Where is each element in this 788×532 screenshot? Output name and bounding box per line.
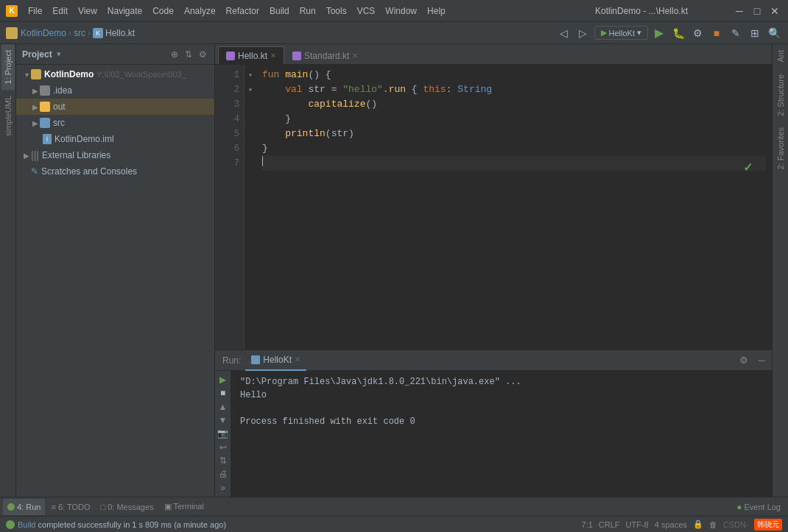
down-scroll-icon[interactable]: ▼ [217, 414, 230, 426]
tab-standard-kt[interactable]: Standard.kt ✕ [284, 46, 366, 64]
bottom-tabs: Run: HelloKt ✕ ⚙ ─ [215, 350, 772, 371]
menu-refactor[interactable]: Refactor [222, 4, 264, 18]
fold-icon-7 [245, 156, 256, 171]
event-log-tab[interactable]: ● Event Log [732, 499, 785, 515]
tree-item-scratches[interactable]: ✎ Scratches and Consoles [16, 163, 214, 180]
close-button[interactable]: ✕ [767, 4, 782, 18]
project-dropdown-icon[interactable]: ▾ [57, 49, 61, 59]
menu-analyze[interactable]: Analyze [180, 4, 220, 18]
line-num-5: 5 [215, 127, 239, 141]
breadcrumb-src[interactable]: src [74, 28, 85, 38]
console-output: "D:\Program Files\Java\jdk1.8.0_221\bin\… [231, 371, 772, 497]
tab-close-standard-kt[interactable]: ✕ [352, 52, 358, 60]
restart-run-icon[interactable]: ▶ [217, 374, 230, 386]
event-log-label: Event Log [744, 503, 781, 511]
indent-setting[interactable]: 4 spaces [655, 520, 687, 529]
window-layout-button[interactable]: ⊞ [747, 25, 763, 41]
run-tab-icon [251, 355, 260, 364]
tree-item-external-libs[interactable]: ▶ ||| External Libraries [16, 147, 214, 163]
checkmark-icon: ✓ [743, 160, 753, 174]
menu-file[interactable]: File [24, 4, 46, 18]
status-bar: Build completed successfully in 1 s 809 … [0, 516, 788, 532]
tree-item-out[interactable]: ▶ out [16, 99, 214, 115]
screenshot-icon[interactable]: 📷 [217, 428, 230, 439]
sidebar-tab-structure[interactable]: 2: Structure [774, 68, 787, 122]
tree-item-idea[interactable]: ▶ .idea [16, 82, 214, 99]
folder-icon-kotlindemo [31, 69, 41, 79]
footer-tab-run[interactable]: 4: Run [3, 499, 45, 515]
console-settings-btn[interactable]: ⚙ [736, 353, 751, 368]
coverage-button[interactable]: ⚙ [689, 25, 706, 41]
back-button[interactable]: ◁ [556, 25, 572, 41]
run-config-selector[interactable]: ▶ HelloKt ▾ [594, 26, 648, 40]
bottom-tab-hellot[interactable]: HelloKt ✕ [245, 350, 306, 371]
panel-scroll-icon[interactable]: ⇅ [183, 49, 194, 60]
line-num-6: 6 [215, 141, 239, 156]
code-content[interactable]: fun main() { val str = "hello".run { thi… [256, 65, 772, 350]
panel-add-icon[interactable]: ⊕ [169, 49, 180, 60]
stop-run-icon[interactable]: ■ [217, 387, 230, 399]
sidebar-tab-favorites[interactable]: 2: Favorites [774, 121, 787, 175]
bottom-controls: ⚙ ─ [736, 353, 769, 368]
code-editor[interactable]: 1 2 3 4 5 6 7 ▾ ▾ f [215, 65, 772, 350]
fold-icon-1[interactable]: ▾ [245, 68, 256, 82]
console-hello-line: Hello [240, 389, 763, 402]
menu-tools[interactable]: Tools [322, 4, 351, 18]
bottom-tab-close[interactable]: ✕ [295, 355, 300, 363]
sidebar-tab-simpleuml[interactable]: simpleUML [1, 90, 15, 142]
run-footer-icon [7, 503, 15, 511]
menu-help[interactable]: Help [423, 4, 450, 18]
menu-build[interactable]: Build [265, 4, 294, 18]
sort-icon[interactable]: ⇅ [217, 455, 230, 467]
debug-button[interactable]: 🐛 [670, 25, 686, 41]
run-button[interactable]: ▶ [651, 25, 667, 41]
more-icon[interactable]: » [217, 482, 230, 494]
breadcrumb-file[interactable]: Hello.kt [105, 28, 135, 38]
code-line-5: println(str) [262, 127, 766, 141]
menu-vcs[interactable]: VCS [353, 4, 380, 18]
edit-config-button[interactable]: ✎ [728, 25, 744, 41]
breadcrumb-project[interactable]: KotlinDemo [21, 28, 66, 38]
tree-item-kotlindemo[interactable]: ▾ KotlinDemo Y:\002_WorkSpace\003_ [16, 66, 214, 82]
stop-button[interactable]: ■ [708, 25, 725, 41]
maximize-button[interactable]: □ [750, 4, 764, 18]
tree-arrow-idea: ▶ [31, 86, 40, 95]
tab-icon-hello-kt [226, 52, 235, 60]
sidebar-tab-project[interactable]: 1: Project [1, 44, 15, 90]
forward-button[interactable]: ▷ [575, 25, 591, 41]
menu-code[interactable]: Code [148, 4, 178, 18]
search-everywhere-button[interactable]: 🔍 [766, 25, 782, 41]
breadcrumb-sep1: › [68, 28, 71, 38]
cursor-position[interactable]: 7:1 [582, 520, 593, 529]
menu-edit[interactable]: Edit [48, 4, 72, 18]
window-title: KotlinDemo - ...\Hello.kt [595, 6, 688, 16]
tab-hello-kt[interactable]: Hello.kt ✕ [218, 46, 284, 64]
print-icon[interactable]: 🖨 [217, 468, 230, 480]
wrap-icon[interactable]: ↩ [217, 441, 230, 453]
menu-run[interactable]: Run [295, 4, 320, 18]
status-right: 7:1 CRLF UTF-8 4 spaces 🔒 🗑 CSDN· 韩骁元 [582, 519, 782, 531]
footer-tab-messages[interactable]: □ 0: Messages [96, 499, 158, 515]
tab-close-hello-kt[interactable]: ✕ [270, 52, 276, 60]
encoding[interactable]: UTF-8 [626, 520, 649, 529]
bottom-content: ▶ ■ ▲ ▼ 📷 ↩ ⇅ 🖨 » "D:\Program Files\Java… [215, 371, 772, 497]
tree-path-kotlindemo: Y:\002_WorkSpace\003_ [96, 70, 186, 79]
console-minimize-btn[interactable]: ─ [754, 353, 769, 368]
line-ending[interactable]: CRLF [599, 520, 620, 529]
panel-settings-icon[interactable]: ⚙ [197, 49, 208, 60]
menu-navigate[interactable]: Navigate [103, 4, 147, 18]
menu-view[interactable]: View [74, 4, 102, 18]
build-message: completed successfully in 1 s 809 ms (a … [38, 520, 227, 529]
tree-item-src[interactable]: ▶ src [16, 115, 214, 131]
menu-window[interactable]: Window [381, 4, 421, 18]
sidebar-tab-ant[interactable]: Ant [774, 44, 787, 68]
tree-arrow-scratches [22, 167, 31, 176]
tree-item-iml[interactable]: i KotlinDemo.iml [16, 131, 214, 147]
fold-icon-2[interactable]: ▾ [245, 82, 256, 97]
footer-tab-todo[interactable]: ≡ 6: TODO [46, 499, 94, 515]
minimize-button[interactable]: ─ [732, 4, 747, 18]
project-panel: Project ▾ ⊕ ⇅ ⚙ ▾ KotlinDemo Y:\002_Work… [16, 44, 215, 497]
up-scroll-icon[interactable]: ▲ [217, 401, 230, 413]
footer-tab-terminal[interactable]: ▣ Terminal [160, 499, 208, 515]
warning-icon: 🗑 [709, 520, 717, 529]
